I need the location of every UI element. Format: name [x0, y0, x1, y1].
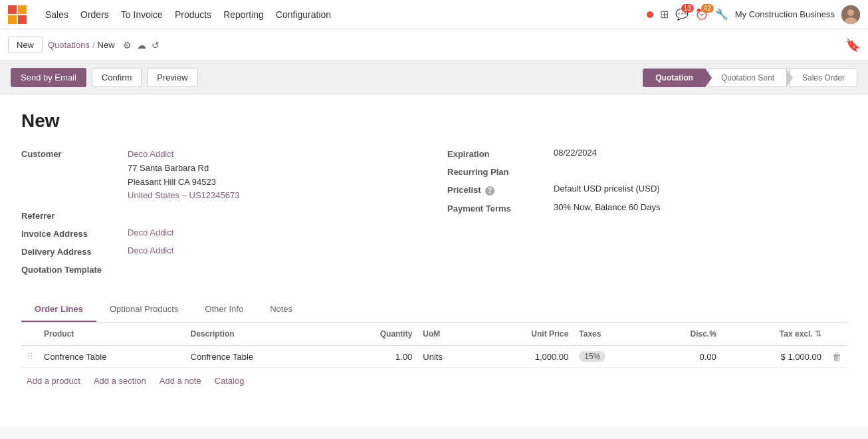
clock-icon[interactable]: ⏰ 42 [695, 8, 708, 21]
nav-reporting[interactable]: Reporting [223, 9, 264, 20]
product-col-header: Product [39, 323, 185, 346]
expiration-value[interactable]: 08/22/2024 [554, 148, 597, 158]
referrer-label: Referrer [21, 210, 128, 221]
send-email-button[interactable]: Send by Email [11, 68, 86, 87]
unit-price-col-header: Unit Price [478, 323, 574, 346]
customer-address2: Pleasant Hill CA 94523 [128, 177, 216, 187]
order-lines-table: Product Description Quantity UoM Unit Pr… [21, 323, 847, 368]
breadcrumb-bar: New Quotations / New ⚙ ☁ ↺ 🔖 [0, 29, 868, 61]
nav-orders[interactable]: Orders [80, 9, 109, 20]
breadcrumb-quotations[interactable]: Quotations [48, 40, 90, 50]
disc-col-header: Disc.% [648, 323, 722, 346]
invoice-address-value[interactable]: Deco Addict [128, 227, 173, 237]
customer-value: Deco Addict 77 Santa Barbara Rd Pleasant… [128, 148, 239, 203]
pipeline-quotation[interactable]: Quotation [643, 69, 706, 87]
expiration-label: Expiration [447, 148, 554, 159]
svg-rect-0 [8, 5, 17, 14]
status-icon[interactable] [647, 9, 653, 21]
disc-cell[interactable]: 0.00 [648, 346, 722, 368]
taxes-cell[interactable]: 15% [574, 346, 648, 368]
svg-rect-3 [18, 15, 27, 24]
tax-badge: 15% [579, 351, 605, 362]
add-note-link[interactable]: Add a note [160, 376, 201, 386]
tabs: Order Lines Optional Products Other Info… [21, 297, 847, 322]
pipeline-sales-order[interactable]: Sales Order [790, 69, 857, 87]
delete-row-icon[interactable]: 🗑 [832, 351, 841, 362]
pipeline-quotation-sent[interactable]: Quotation Sent [708, 69, 787, 87]
preview-button[interactable]: Preview [147, 68, 197, 87]
quotation-template-label: Quotation Template [21, 263, 128, 275]
wrench-icon[interactable]: 🔧 [715, 8, 728, 21]
form-left: Customer Deco Addict 77 Santa Barbara Rd… [21, 148, 421, 281]
recurring-plan-label: Recurring Plan [447, 166, 554, 177]
tax-excl-cell[interactable]: $ 1,000.00 [722, 346, 827, 368]
tab-order-lines[interactable]: Order Lines [21, 297, 96, 322]
form-right: Expiration 08/22/2024 Recurring Plan Pri… [447, 148, 847, 281]
payment-terms-row: Payment Terms 30% Now, Balance 60 Days [447, 202, 847, 214]
table-header-row: Product Description Quantity UoM Unit Pr… [21, 323, 847, 346]
catalog-link[interactable]: Catalog [215, 376, 245, 386]
delivery-address-value[interactable]: Deco Addict [128, 245, 173, 255]
form-grid: Customer Deco Addict 77 Santa Barbara Rd… [21, 148, 847, 281]
delivery-address-row: Delivery Address Deco Addict [21, 245, 421, 257]
add-section-link[interactable]: Add a section [94, 376, 146, 386]
drag-handle-cell[interactable]: ⠿ [21, 346, 39, 368]
quotation-template-row: Quotation Template [21, 263, 421, 275]
customer-address3-link[interactable]: United States – US12345673 [128, 190, 239, 200]
taxes-col-header: Taxes [574, 323, 648, 346]
column-settings-icon[interactable]: ⇅ [815, 329, 821, 339]
uom-cell[interactable]: Units [417, 346, 478, 368]
confirm-button[interactable]: Confirm [92, 68, 142, 87]
delete-cell[interactable]: 🗑 [827, 346, 847, 368]
tabs-container: Order Lines Optional Products Other Info… [21, 297, 847, 323]
business-name[interactable]: My Construction Business [735, 9, 835, 19]
nav-configuration[interactable]: Configuration [276, 9, 331, 20]
bookmark-icon[interactable]: 🔖 [845, 38, 860, 53]
payment-terms-label: Payment Terms [447, 202, 554, 214]
pricelist-help-icon[interactable]: ? [485, 186, 494, 196]
refresh-icon[interactable]: ↺ [152, 40, 160, 51]
tab-other-info[interactable]: Other Info [191, 297, 257, 322]
breadcrumb-actions: ⚙ ☁ ↺ [123, 40, 160, 51]
add-product-link[interactable]: Add a product [27, 376, 80, 386]
pricelist-label: Pricelist ? [447, 184, 554, 196]
grid-icon[interactable]: ⊞ [660, 8, 669, 21]
cloud-icon[interactable]: ☁ [137, 40, 146, 51]
status-pipeline: Quotation Quotation Sent Sales Order [643, 69, 857, 87]
settings-icon[interactable]: ⚙ [123, 40, 132, 51]
table-actions: Add a product Add a section Add a note C… [21, 368, 847, 394]
invoice-address-row: Invoice Address Deco Addict [21, 227, 421, 239]
svg-rect-1 [18, 5, 27, 14]
payment-terms-value[interactable]: 30% Now, Balance 60 Days [554, 202, 660, 212]
invoice-address-label: Invoice Address [21, 227, 128, 239]
action-bar: Send by Email Confirm Preview Quotation … [0, 61, 868, 94]
drag-col-header [21, 323, 39, 346]
customer-name-link[interactable]: Deco Addict [128, 149, 173, 159]
record-title: New [21, 110, 847, 132]
table-row: ⠿ Confrence Table Confrence Table 1.00 U… [21, 346, 847, 368]
tab-notes[interactable]: Notes [257, 297, 306, 322]
chat-icon[interactable]: 💬 13 [675, 8, 689, 21]
pricelist-value[interactable]: Default USD pricelist (USD) [554, 184, 660, 194]
recurring-plan-row: Recurring Plan [447, 166, 847, 177]
main-content: New Customer Deco Addict 77 Santa Barbar… [0, 94, 868, 427]
breadcrumb-separator: / [92, 40, 95, 50]
new-button[interactable]: New [8, 37, 43, 53]
nav-products[interactable]: Products [175, 9, 211, 20]
quantity-cell[interactable]: 1.00 [332, 346, 417, 368]
svg-rect-2 [8, 15, 17, 24]
app-logo[interactable] [8, 5, 27, 24]
uom-col-header: UoM [417, 323, 478, 346]
tab-optional-products[interactable]: Optional Products [96, 297, 191, 322]
nav-sales[interactable]: Sales [45, 9, 68, 20]
pricelist-row: Pricelist ? Default USD pricelist (USD) [447, 184, 847, 196]
delete-col-header [827, 323, 847, 346]
unit-price-cell[interactable]: 1,000.00 [478, 346, 574, 368]
drag-handle-icon[interactable]: ⠿ [27, 351, 33, 362]
top-navigation: Sales Orders To Invoice Products Reporti… [0, 0, 868, 29]
chat-badge: 13 [681, 4, 694, 13]
user-avatar[interactable] [841, 5, 860, 24]
nav-to-invoice[interactable]: To Invoice [121, 9, 163, 20]
description-cell[interactable]: Confrence Table [185, 346, 332, 368]
product-cell[interactable]: Confrence Table [39, 346, 185, 368]
